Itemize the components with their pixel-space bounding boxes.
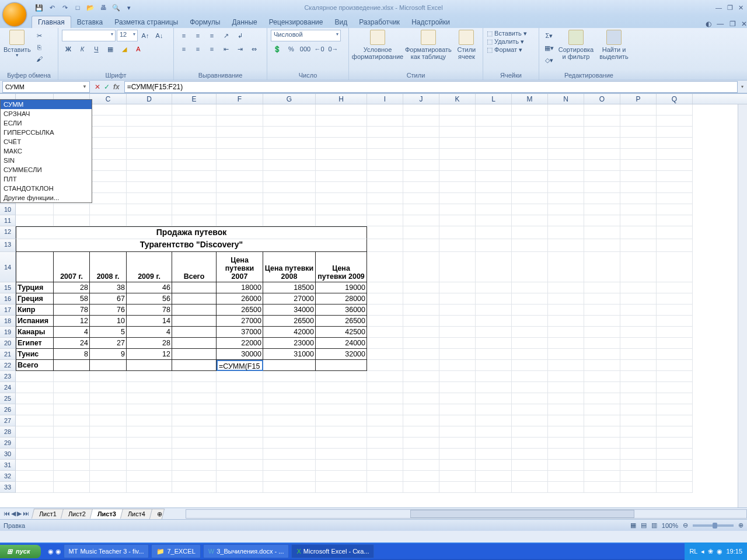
cut-icon[interactable]: ✂ (33, 30, 46, 41)
cell[interactable] (512, 304, 548, 316)
cell[interactable] (403, 293, 439, 304)
cell[interactable] (217, 393, 263, 404)
cell[interactable] (548, 460, 584, 471)
cell[interactable] (263, 371, 316, 382)
func-item-average[interactable]: СРЗНАЧ (1, 109, 92, 118)
cell[interactable] (476, 415, 512, 426)
func-item-sum[interactable]: СУММ (1, 100, 92, 109)
cell[interactable] (439, 449, 476, 460)
cell[interactable] (620, 116, 657, 127)
cell[interactable] (16, 460, 54, 471)
clock[interactable]: 19:15 (726, 548, 742, 555)
cell[interactable] (367, 160, 403, 171)
cell[interactable] (548, 415, 584, 426)
tab-view[interactable]: Вид (329, 16, 353, 28)
cell[interactable] (367, 393, 403, 404)
cell[interactable] (263, 426, 316, 438)
last-sheet-icon[interactable]: ⏭ (23, 510, 29, 517)
cell[interactable] (620, 316, 657, 327)
cell[interactable] (367, 104, 403, 116)
cell[interactable] (217, 127, 263, 138)
cell[interactable] (316, 138, 367, 149)
func-item-more[interactable]: Другие функции... (1, 193, 92, 202)
cell[interactable] (476, 327, 512, 338)
cell[interactable] (439, 426, 476, 438)
cell[interactable] (657, 127, 693, 138)
formula-bar[interactable]: =СУММ(F15:F21) (124, 81, 738, 93)
cell[interactable] (367, 215, 403, 226)
cell[interactable]: 10 (90, 316, 127, 327)
cell[interactable] (172, 349, 217, 360)
cell[interactable] (367, 204, 403, 215)
cell[interactable] (367, 438, 403, 449)
open-icon[interactable]: 📂 (85, 2, 96, 13)
indent-inc-icon[interactable]: ⇥ (233, 43, 246, 55)
cell[interactable] (512, 282, 548, 293)
cell[interactable] (403, 282, 439, 293)
cell[interactable] (476, 438, 512, 449)
cell-styles-button[interactable]: Стили ячеек (454, 30, 479, 60)
cell[interactable] (90, 182, 127, 193)
delete-cells-button[interactable]: ⬚ Удалить ▾ (487, 38, 524, 46)
cell[interactable] (172, 104, 217, 116)
cell[interactable] (548, 282, 584, 293)
cell[interactable] (657, 426, 693, 438)
cell[interactable]: Турагентство "Discovery" (16, 239, 367, 252)
row-header[interactable]: 22 (0, 360, 16, 371)
cell[interactable] (367, 349, 403, 360)
cell[interactable] (90, 160, 127, 171)
cell[interactable] (403, 171, 439, 182)
tab-home[interactable]: Главная (32, 16, 71, 28)
cell[interactable] (512, 193, 548, 204)
cell[interactable] (657, 204, 693, 215)
cell[interactable] (172, 193, 217, 204)
cell[interactable] (584, 293, 620, 304)
cell[interactable] (367, 149, 403, 160)
cell[interactable] (403, 471, 439, 482)
cell[interactable] (263, 149, 316, 160)
cell[interactable] (367, 138, 403, 149)
sheet-tab[interactable]: Лист2 (61, 509, 93, 519)
cell[interactable] (584, 360, 620, 371)
cell[interactable] (620, 293, 657, 304)
cell[interactable] (548, 204, 584, 215)
format-painter-icon[interactable]: 🖌 (33, 53, 46, 65)
cell[interactable]: 76 (90, 304, 127, 316)
cell[interactable] (476, 226, 512, 239)
cell[interactable] (512, 404, 548, 415)
cell[interactable] (620, 304, 657, 316)
zoom-out-icon[interactable]: ⊖ (683, 522, 688, 529)
tray-icon[interactable]: ❀ (708, 548, 713, 555)
cell[interactable] (127, 438, 172, 449)
cell[interactable] (548, 471, 584, 482)
cell[interactable] (90, 127, 127, 138)
cell[interactable] (16, 426, 54, 438)
cell[interactable] (512, 204, 548, 215)
cell[interactable] (172, 149, 217, 160)
help-icon[interactable]: ◐ (706, 20, 711, 28)
cell[interactable] (217, 415, 263, 426)
cell[interactable] (476, 316, 512, 327)
cell[interactable] (127, 204, 172, 215)
cell[interactable] (403, 104, 439, 116)
cell[interactable] (263, 193, 316, 204)
cell[interactable] (54, 393, 90, 404)
row-header[interactable]: 18 (0, 316, 16, 327)
cell[interactable]: Греция (16, 293, 54, 304)
cell[interactable] (54, 415, 90, 426)
cell[interactable] (263, 138, 316, 149)
print-icon[interactable]: 🖶 (98, 2, 109, 13)
cell[interactable] (316, 160, 367, 171)
cell[interactable] (476, 215, 512, 226)
inc-dec-icon[interactable]: ←0 (313, 43, 326, 55)
tray-icon[interactable]: ◉ (717, 548, 722, 555)
tab-developer[interactable]: Разработчик (353, 16, 406, 28)
cell[interactable] (476, 304, 512, 316)
func-item-if[interactable]: ЕСЛИ (1, 118, 92, 128)
col-header[interactable]: D (127, 94, 172, 104)
cell[interactable] (127, 404, 172, 415)
cell[interactable] (403, 393, 439, 404)
cell[interactable] (90, 204, 127, 215)
cell[interactable] (263, 215, 316, 226)
cell[interactable] (548, 116, 584, 127)
